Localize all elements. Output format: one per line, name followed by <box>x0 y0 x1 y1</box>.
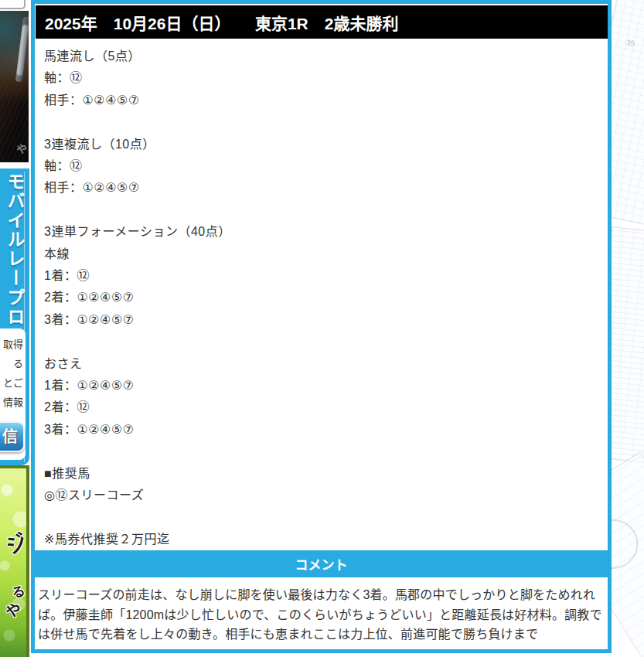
send-button[interactable]: 信 <box>0 421 25 452</box>
race-title: 2025年 10月26日（日） 東京1R 2歳未勝利 <box>45 11 398 34</box>
info-lines: 取得 る とご 情報 <box>0 328 26 412</box>
tip-line: 軸：⑫ <box>44 155 608 177</box>
mobile-racepro-banner[interactable]: モバイルレープロ 取得 る とご 情報 信 <box>0 169 29 465</box>
race-tips-panel: 2025年 10月26日（日） 東京1R 2歳未勝利 馬連流し（5点） 軸：⑫ … <box>31 0 612 653</box>
mobile-racepro-title: モバイルレープロ <box>1 172 29 327</box>
tip-line: 1着：①②④⑤⑦ <box>44 375 608 397</box>
tip-line: ◎⑫スリーコーズ <box>44 485 608 506</box>
tip-line: 3着：①②④⑤⑦ <box>44 419 608 441</box>
tip-line: 馬連流し（5点） <box>44 46 608 67</box>
green-ad-banner[interactable]: ジ る や <box>0 465 29 657</box>
tip-line <box>44 441 608 462</box>
tip-line <box>44 199 608 221</box>
tip-line: 2着：⑫ <box>44 397 608 418</box>
photo-ad-banner[interactable]: や <box>0 11 29 162</box>
tip-line: 1着：⑫ <box>44 265 608 287</box>
sidebar-top-box <box>0 0 26 9</box>
info-line: 取得 <box>0 335 26 354</box>
tip-line <box>44 506 608 528</box>
info-line: る <box>0 354 26 373</box>
race-header: 2025年 10月26日（日） 東京1R 2歳未勝利 <box>36 5 608 39</box>
tip-line <box>44 111 608 133</box>
betting-tips: 馬連流し（5点） 軸：⑫ 相手：①②④⑤⑦ 3連複流し（10点） 軸：⑫ 相手：… <box>35 39 608 550</box>
comment-label: コメント <box>295 554 348 574</box>
comment-text: スリーコーズの前走は、なし崩しに脚を使い最後は力なく3着。馬郡の中でしっかりと脚… <box>35 577 608 645</box>
tip-line: 軸：⑫ <box>44 67 608 89</box>
watermark-number: 35 <box>625 38 635 48</box>
tip-line: 相手：①②④⑤⑦ <box>44 177 608 199</box>
tip-line <box>44 331 608 352</box>
tip-line: 3着：①②④⑤⑦ <box>44 309 608 331</box>
tip-line: 3連単フォーメーション（40点） <box>44 221 608 243</box>
tip-line: 3連複流し（10点） <box>44 134 608 155</box>
info-line: 情報 <box>0 393 26 412</box>
tip-line: ※馬券代推奨２万円迄 <box>44 529 608 550</box>
tip-line: 本線 <box>44 243 608 265</box>
left-sidebar: や モバイルレープロ 取得 る とご 情報 信 <box>0 0 29 657</box>
info-line: とご <box>0 373 26 393</box>
mobile-racepro-info-panel: 取得 る とご 情報 信 <box>0 328 26 460</box>
tip-line: 相手：①②④⑤⑦ <box>44 90 608 111</box>
green-ad-text: や <box>3 597 23 622</box>
comment-header: コメント <box>35 550 608 577</box>
tip-line: 2着：①②④⑤⑦ <box>44 287 608 308</box>
tip-line: ■推奨馬 <box>44 463 608 485</box>
tip-line: おさえ <box>44 353 608 375</box>
photo-ad-text: や <box>15 140 29 157</box>
phone-icon <box>15 17 29 82</box>
page: 35 や モバイルレープロ 取得 る とご <box>0 0 644 657</box>
green-ad-text: ジ <box>0 524 29 560</box>
